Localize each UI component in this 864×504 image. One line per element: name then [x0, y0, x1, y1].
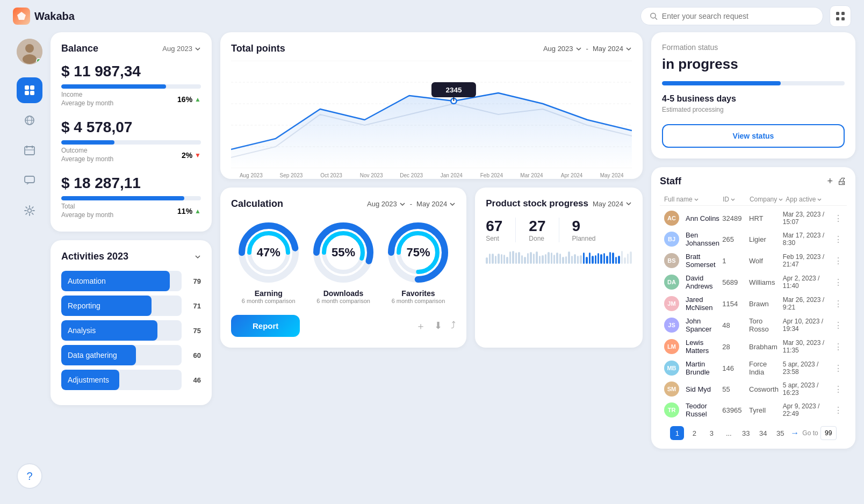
ps-bar	[565, 256, 567, 264]
outcome-progress-bar	[61, 140, 114, 145]
svg-rect-21	[25, 176, 34, 183]
staff-more-button[interactable]: ⋮	[834, 213, 843, 224]
staff-avatar: BS	[664, 253, 679, 268]
balance-date-selector[interactable]: Aug 2023	[162, 45, 201, 53]
staff-more-button[interactable]: ⋮	[834, 234, 843, 244]
activities-list: Automation79Reporting71Analysis75Data ga…	[61, 271, 201, 390]
goto-input[interactable]	[820, 426, 837, 440]
staff-table-row[interactable]: BJBen Johanssen265LigierMar 17, 2023 / 8…	[660, 228, 847, 250]
staff-print-button[interactable]: 🖨	[837, 176, 847, 187]
staff-col-company[interactable]: Company	[750, 196, 783, 203]
activities-year-selector[interactable]	[195, 254, 201, 260]
svg-rect-6	[841, 17, 845, 20]
logo-icon	[13, 8, 30, 25]
top-navigation: Wakaba	[0, 0, 864, 32]
staff-more-button[interactable]: ⋮	[834, 320, 843, 330]
staff-more-button[interactable]: ⋮	[834, 342, 843, 352]
staff-table-row[interactable]: JSJohn Spancer48Toro RossoApr 10, 2023 /…	[660, 314, 847, 336]
svg-point-1	[651, 13, 656, 18]
ps-bar	[574, 254, 575, 264]
sidebar-item-settings[interactable]	[17, 198, 42, 224]
activity-label: Analysis	[68, 326, 96, 335]
activity-bar-fill: Reporting	[61, 296, 152, 316]
calc-date-from[interactable]: Aug 2023	[367, 200, 406, 208]
staff-col-id[interactable]: ID	[723, 196, 747, 203]
staff-date: Mar 23, 2023 / 15:07	[783, 211, 832, 226]
view-status-button[interactable]: View status	[662, 124, 845, 148]
staff-company: Force India	[749, 360, 781, 376]
staff-more-button[interactable]: ⋮	[834, 363, 843, 373]
search-input[interactable]	[662, 12, 814, 20]
chart-date-to[interactable]: May 2024	[593, 45, 632, 53]
add-icon[interactable]: ＋	[416, 320, 426, 333]
staff-table-row[interactable]: DADavid Andrews5689WilliamsApr 2, 2023 /…	[660, 271, 847, 293]
ps-bar	[498, 254, 499, 264]
page-2-button[interactable]: 2	[687, 426, 701, 440]
sidebar-item-dashboard[interactable]	[17, 77, 42, 103]
favorites-value: 75%	[406, 246, 430, 260]
staff-table-row[interactable]: JMJared McNisen1154BrawnMar 26, 2023 / 9…	[660, 293, 847, 314]
calc-date-to[interactable]: May 2024	[416, 200, 456, 208]
staff-col-fullname[interactable]: Full name	[664, 196, 721, 203]
staff-date: Mar 26, 2023 / 9:21	[783, 296, 832, 311]
staff-more-button[interactable]: ⋮	[834, 277, 843, 287]
favorites-sub: 6 month comparison	[392, 298, 445, 304]
staff-date: 5 apr, 2023 / 23:58	[783, 361, 832, 376]
formation-progress-bar-container	[662, 81, 845, 85]
activity-count: 79	[186, 277, 201, 285]
ps-bar	[627, 254, 629, 264]
activity-item: Analysis75	[61, 320, 201, 341]
page-35-button[interactable]: 35	[773, 426, 787, 440]
help-button[interactable]: ?	[17, 463, 42, 489]
ps-bar	[597, 253, 599, 264]
main-grid: Balance Aug 2023 $ 11 987,34 Income	[51, 32, 855, 495]
svg-point-22	[28, 209, 32, 213]
sort-icon	[694, 197, 699, 202]
staff-more-button[interactable]: ⋮	[834, 256, 843, 266]
formation-title: Formation status	[662, 43, 845, 52]
staff-more-button[interactable]: ⋮	[834, 384, 843, 394]
staff-name: David Andrews	[686, 274, 720, 290]
sidebar-item-globe[interactable]	[17, 107, 42, 133]
page-next-arrow[interactable]: →	[790, 428, 799, 438]
staff-date: Mar 17, 2023 / 8:30	[783, 232, 832, 247]
staff-table-row[interactable]: ACAnn Colins32489HRTMar 23, 2023 / 15:07…	[660, 208, 847, 228]
activity-item: Reporting71	[61, 296, 201, 316]
ps-bar	[509, 251, 511, 264]
activity-label: Data gathering	[68, 351, 117, 359]
staff-more-button[interactable]: ⋮	[834, 405, 843, 415]
staff-table-row[interactable]: BSBratt Somerset1WolfFeb 19, 2023 / 21:4…	[660, 250, 847, 271]
staff-table-row[interactable]: TRTeodor Russel63965TyrellApr 9, 2023 / …	[660, 399, 847, 421]
download-icon[interactable]: ⬇	[434, 320, 442, 333]
donut-row: 47% Earning 6 month comparison	[231, 220, 456, 304]
staff-id: 1154	[722, 300, 747, 308]
page-3-button[interactable]: 3	[704, 426, 718, 440]
staff-date: Mar 30, 2023 / 11:35	[783, 339, 832, 354]
staff-company: Ligier	[749, 235, 781, 243]
grid-view-button[interactable]	[830, 5, 851, 27]
outcome-sub: Average by month	[61, 155, 113, 163]
staff-table-row[interactable]: LMLewis Matters28BrabhamMar 30, 2023 / 1…	[660, 336, 847, 357]
activity-item: Automation79	[61, 271, 201, 291]
staff-table-row[interactable]: SMSid Myd55Cosworth5 apr, 2023 / 16:23⋮	[660, 379, 847, 399]
ps-bar	[580, 255, 581, 264]
product-stock-date[interactable]: May 2024	[593, 200, 632, 208]
page-34-button[interactable]: 34	[756, 426, 770, 440]
sidebar-item-calendar[interactable]	[17, 138, 42, 163]
donut-earning: 47% Earning 6 month comparison	[236, 220, 301, 304]
staff-add-button[interactable]: +	[827, 176, 833, 187]
sidebar-item-chat[interactable]	[17, 168, 42, 193]
share-icon[interactable]: ⤴	[451, 320, 456, 333]
staff-more-button[interactable]: ⋮	[834, 299, 843, 309]
staff-col-app-active[interactable]: App active	[786, 196, 835, 203]
activity-bar-fill: Automation	[61, 271, 170, 291]
report-button[interactable]: Report	[231, 315, 300, 337]
staff-id: 63965	[722, 406, 747, 414]
page-1-button[interactable]: 1	[670, 426, 684, 440]
svg-rect-13	[30, 91, 34, 95]
page-33-button[interactable]: 33	[739, 426, 753, 440]
chart-date-from[interactable]: Aug 2023	[543, 45, 582, 53]
staff-table-row[interactable]: MBMartin Brundle146Force India5 apr, 202…	[660, 357, 847, 379]
grid-icon	[836, 11, 845, 21]
ps-bar	[595, 255, 596, 264]
